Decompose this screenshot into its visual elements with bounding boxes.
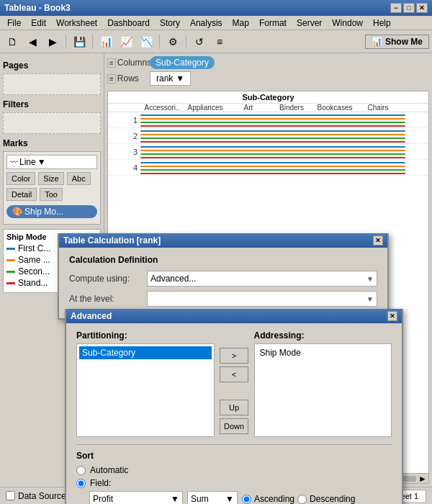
ship-mode-pill[interactable]: 🎨 Ship Mo... [6, 205, 97, 218]
compute-using-row: Compute using: Advanced... ▼ [69, 271, 377, 287]
up-button[interactable]: Up [220, 400, 248, 415]
toolbar-chart2[interactable]: 📈 [117, 33, 135, 50]
marks-controls-row: Color Size Abc [6, 172, 97, 185]
sort-title: Sort [76, 451, 392, 461]
toolbar-chart1[interactable]: 📊 [96, 33, 115, 50]
show-me-button[interactable]: 📊 Show Me [365, 35, 429, 49]
toolbar-forward[interactable]: ▶ [43, 33, 62, 50]
addressing-listbox[interactable]: Ship Mode [254, 343, 392, 437]
viz-row-4: 4 [108, 160, 428, 176]
menu-window[interactable]: Window [328, 17, 367, 30]
line-blue-4 [140, 162, 405, 163]
toolbar-save[interactable]: 💾 [70, 33, 89, 50]
data-source-checkbox[interactable] [6, 491, 15, 500]
viz-subcategory-header: Sub-Category [108, 91, 428, 104]
subcategory-pill[interactable]: Sub-Category [150, 56, 215, 69]
viz-row-2: 2 [108, 128, 428, 144]
toolbar-extra[interactable]: ≡ [210, 33, 229, 50]
menu-file[interactable]: File [3, 17, 25, 30]
line-blue-1 [140, 114, 405, 116]
field-dropdown[interactable]: Profit ▼ [89, 491, 183, 504]
close-window-button[interactable]: ✕ [416, 3, 428, 13]
adv-titlebar: Advanced ✕ [66, 309, 402, 323]
toolbar-back[interactable]: ◀ [23, 33, 42, 50]
toolbar-settings[interactable]: ⚙ [163, 33, 182, 50]
line-green-1 [140, 122, 405, 123]
sort-field-radio[interactable] [76, 479, 86, 488]
columns-shelf: ≡ Columns Sub-Category [107, 56, 429, 69]
field-dropdown-arrow: ▼ [171, 494, 179, 504]
rank-pill-text: rank [156, 73, 173, 84]
ship-mode-icon: 🎨 [12, 207, 23, 217]
line-red-4 [140, 173, 405, 174]
calc-section-header: Calculation Definition [69, 255, 377, 265]
label-button[interactable]: Abc [67, 172, 91, 185]
addressing-item-shipmode[interactable]: Ship Mode [257, 346, 390, 359]
viz-col-headers: Accessori.. Appliances Art Binders Bookc… [108, 104, 428, 112]
detail-button[interactable]: Detail [6, 188, 37, 201]
marks-type-dropdown[interactable]: 〰 Line ▼ [6, 155, 97, 169]
filters-label: Filters [3, 99, 101, 109]
sort-automatic-radio[interactable] [76, 466, 86, 475]
addressing-col: Addressing: Ship Mode [254, 330, 392, 437]
table-calc-title: Table Calculation [rank] [63, 235, 161, 246]
arrows-col: > < Up Down [215, 330, 254, 437]
move-left-button[interactable]: < [220, 366, 248, 382]
adv-close[interactable]: ✕ [387, 311, 397, 321]
table-calc-titlebar: Table Calculation [rank] ✕ [59, 233, 387, 248]
viz-lines-2 [140, 128, 428, 144]
compute-dropdown-arrow: ▼ [366, 275, 374, 283]
viz-row-3: 3 [108, 144, 428, 160]
marks-type-arrow: ▼ [37, 157, 46, 167]
ascending-label: Ascending [254, 494, 294, 504]
sort-automatic-row: Automatic [76, 465, 392, 475]
menu-server[interactable]: Server [292, 17, 326, 30]
menu-story[interactable]: Story [156, 17, 184, 30]
menu-dashboard[interactable]: Dashboard [103, 17, 154, 30]
line-green-4 [140, 169, 405, 171]
line-red-2 [140, 141, 405, 143]
menu-edit[interactable]: Edit [27, 17, 50, 30]
minimize-button[interactable]: − [390, 3, 402, 13]
partitioning-item-subcategory[interactable]: Sub-Category [79, 346, 212, 359]
window-controls: − □ ✕ [390, 3, 428, 13]
size-button[interactable]: Size [38, 172, 63, 185]
line-orange-3 [140, 150, 405, 151]
ascending-radio[interactable] [242, 495, 251, 504]
menu-bar: File Edit Worksheet Dashboard Story Anal… [0, 16, 432, 30]
maximize-button[interactable]: □ [403, 3, 415, 13]
toolbar-sep3 [159, 35, 160, 49]
agg-dropdown[interactable]: Sum ▼ [187, 491, 238, 504]
sort-automatic-label: Automatic [90, 465, 128, 475]
line-red-1 [140, 125, 405, 127]
col-header-3: Binders [270, 104, 313, 112]
descending-radio[interactable] [297, 495, 307, 504]
legend-color-same [6, 259, 15, 261]
menu-worksheet[interactable]: Worksheet [52, 17, 102, 30]
toolbar-refresh[interactable]: ↺ [190, 33, 209, 50]
partitioning-col: Partitioning: Sub-Category [76, 330, 215, 437]
scroll-right[interactable]: ► [418, 474, 427, 484]
menu-help[interactable]: Help [369, 17, 395, 30]
toolbar-new[interactable]: 🗋 [3, 33, 22, 50]
tooltip-button[interactable]: Too [40, 188, 63, 201]
menu-format[interactable]: Format [255, 17, 291, 30]
compute-label: Compute using: [69, 274, 141, 284]
field-dropdown-value: Profit [93, 494, 113, 504]
line-orange-4 [140, 166, 405, 167]
move-right-button[interactable]: > [220, 348, 248, 364]
table-calc-close[interactable]: ✕ [373, 235, 383, 246]
toolbar-chart3[interactable]: 📉 [137, 33, 156, 50]
rank-pill[interactable]: rank ▼ [150, 71, 191, 86]
menu-map[interactable]: Map [228, 17, 253, 30]
line-orange-1 [140, 118, 405, 120]
down-button[interactable]: Down [220, 418, 248, 434]
viz-row-label-3: 3 [108, 148, 140, 156]
col-header-0: Accessori.. [140, 104, 184, 112]
at-level-dropdown[interactable]: ▼ [147, 291, 377, 307]
menu-analysis[interactable]: Analysis [186, 17, 227, 30]
compute-dropdown[interactable]: Advanced... ▼ [147, 271, 377, 287]
viz-row-label-2: 2 [108, 132, 140, 140]
partitioning-listbox[interactable]: Sub-Category [76, 343, 215, 437]
color-button[interactable]: Color [6, 172, 35, 185]
